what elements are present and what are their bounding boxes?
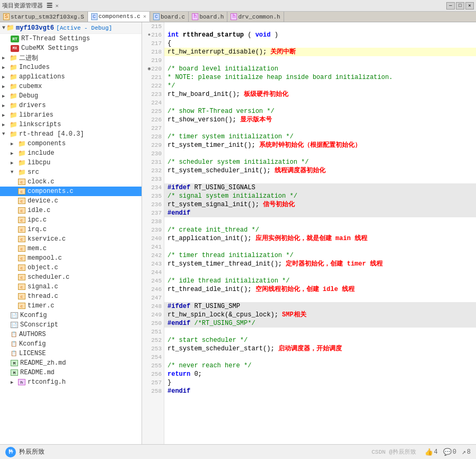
project-folder-icon: 📁 [6,24,14,32]
sidebar-item-binary[interactable]: ▶ 📁 二进制 [0,53,142,63]
mem-label: mem.c [28,245,47,252]
tab-drv-common-icon: h [231,13,237,20]
sidebar-item-linkscripts[interactable]: ▶ 📁 linkscripts [0,120,142,129]
maximize-btn[interactable]: □ [456,2,464,10]
license-label: LICENSE [19,350,46,357]
code-line-247 [164,294,476,302]
top-bar: 项目资源管理器 ☰ ✕ — □ ✕ [0,0,476,12]
like-group[interactable]: 👍 4 [425,448,438,456]
sidebar-item-idle[interactable]: c idle.c [0,206,142,215]
sidebar-item-irq[interactable]: c irq.c [0,225,142,234]
sidebar-item-rtconfig[interactable]: ▶ h rtconfig.h [0,377,142,387]
sidebar-item-kservice[interactable]: c kservice.c [0,234,142,244]
rtconfig-file-icon: h [18,379,25,385]
cubemx-folder-arrow: ▶ [2,84,10,90]
clock-file-icon: c [18,179,25,185]
readme-zh-label: README_zh.md [20,359,66,367]
code-line-235: /* signal system initialization */ [164,192,476,200]
sidebar-item-authors[interactable]: 📋 AUTHORS [0,330,142,339]
code-line-239: /* create init_thread */ [164,226,476,234]
sidebar-item-clock[interactable]: c clock.c [0,177,142,187]
libraries-label: libraries [19,111,54,119]
sidebar-item-kconfig-l2[interactable]: 📄 Kconfig [0,311,142,320]
sidebar-item-timer[interactable]: c timer.c [0,301,142,311]
sidebar-item-cubemx-folder[interactable]: ▶ 📁 cubemx [0,82,142,91]
sidebar-item-kconfig-l1[interactable]: 📋 Kconfig [0,339,142,349]
tab-drv-common[interactable]: h drv_common.h [227,12,284,22]
tab-components-close[interactable]: ✕ [143,13,146,20]
mempool-file-icon: c [18,255,25,261]
tab-board-c[interactable]: c board.c [150,12,189,22]
code-line-229: rt_system_timer_init(); 系统时钟初始化（根据配置初始化） [164,141,476,149]
timer-label: timer.c [28,302,54,310]
drivers-arrow: ▶ [2,103,10,109]
sidebar-item-rtthread[interactable]: ▼ 📁 rt-thread [4.0.3] [0,129,142,139]
sidebar-item-license[interactable]: 📋 LICENSE [0,349,142,358]
sidebar-item-libraries[interactable]: ▶ 📁 libraries [0,110,142,120]
code-line-223: rt_hw_board_init(); 板级硬件初始化 [164,90,476,99]
tab-board-h[interactable]: h board.h [189,12,227,22]
code-line-230 [164,149,476,158]
code-line-234: #ifdef RT_USING_SIGNALS [164,183,476,192]
kservice-file-icon: c [18,236,25,242]
src-arrow: ▼ [11,170,18,175]
sidebar-item-device[interactable]: c device.c [0,196,142,206]
like-icon: 👍 [425,448,433,456]
sidebar-item-ipc[interactable]: c ipc.c [0,215,142,225]
src-label: src [28,169,39,176]
tab-startup[interactable]: S startup_stm32f103xg.S [0,12,88,22]
sidebar-item-scheduler[interactable]: c scheduler.c [0,272,142,282]
rtthread-folder-icon: 📁 [10,130,17,138]
sidebar-item-sconscript[interactable]: 📄 SConscript [0,320,142,330]
minimize-btn[interactable]: — [446,2,455,10]
code-line-233 [164,175,476,183]
kservice-label: kservice.c [28,235,66,243]
active-debug-badge: [Active - Debug] [56,25,112,31]
code-line-221: * NOTE: please initialize heap inside bo… [164,73,476,82]
code-line-252: /* start scheduler */ [164,336,476,345]
close-btn[interactable]: ✕ [465,2,474,10]
clock-label: clock.c [28,178,54,186]
code-line-250: #endif /*RT_USING_SMP*/ [164,319,476,328]
signal-file-icon: c [18,284,25,290]
tab-board-c-label: board.c [161,14,185,20]
sidebar-item-mem[interactable]: c mem.c [0,244,142,253]
cubemx-settings[interactable]: MX CubeMX Settings [0,43,142,53]
sidebar-item-mempool[interactable]: c mempool.c [0,253,142,263]
sidebar-item-debug[interactable]: ▶ 📁 Debug [0,91,142,101]
tab-drv-common-label: drv_common.h [238,14,280,20]
tab-board-h-icon: h [192,13,198,20]
sidebar-item-components-c[interactable]: c components.c [0,187,142,196]
cubemx-icon: MX [11,45,19,52]
libraries-arrow: ▶ [2,112,10,118]
share-group[interactable]: ↗ 8 [462,448,471,456]
sidebar-item-readme-zh[interactable]: M README_zh.md [0,358,142,368]
sidebar-item-libcpu[interactable]: ▶ 📁 libcpu [0,158,142,167]
drivers-label: drivers [19,102,46,109]
sidebar-item-object[interactable]: c object.c [0,263,142,272]
includes-folder-icon: 📁 [10,64,17,72]
sidebar-item-signal[interactable]: c signal.c [0,282,142,292]
sidebar-item-readme[interactable]: M README.md [0,368,142,377]
sidebar-item-drivers[interactable]: ▶ 📁 drivers [0,101,142,110]
sidebar-item-thread[interactable]: c thread.c [0,292,142,301]
sidebar-item-include[interactable]: ▶ 📁 include [0,148,142,158]
sidebar-item-components-folder[interactable]: ▶ 📁 components [0,139,142,148]
code-scroll-area[interactable]: 215 ●216 217 218 219 ◉220 221 222 223 22… [142,22,476,444]
sidebar-item-src[interactable]: ▼ 📁 src [0,167,142,177]
window-controls: — □ ✕ [446,2,474,10]
project-arrow[interactable]: ▼ [2,25,5,31]
project-header: ▼ 📁 myf103vgt6 [Active - Debug] [0,22,142,34]
tab-components[interactable]: c components.c ✕ [88,12,150,22]
libraries-folder-icon: 📁 [10,111,17,119]
close-icon[interactable]: ✕ [56,3,59,9]
code-line-222: */ [164,82,476,90]
comment-group[interactable]: 💬 0 [443,448,456,456]
idle-file-icon: c [18,207,25,214]
tab-board-h-label: board.h [199,14,224,20]
rt-thread-settings[interactable]: RT RT-Thread Settings [0,34,142,43]
sidebar-item-applications[interactable]: ▶ 📁 applications [0,72,142,82]
sidebar-item-includes[interactable]: ▶ 📁 Includes [0,63,142,72]
watermark: CSDN @矜辰所致 [372,448,416,456]
code-line-245: /* idle thread initialization */ [164,277,476,285]
